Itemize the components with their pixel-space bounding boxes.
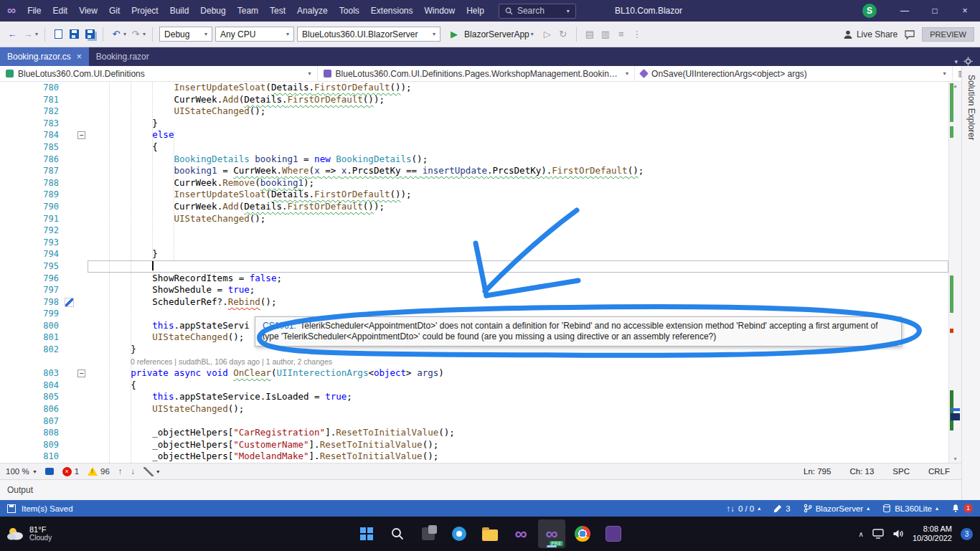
restart-icon[interactable]: ↻ xyxy=(557,27,570,42)
breadcrumb-segment-2[interactable]: BlueLotus360.Com.UI.Definitions.Pages.Wo… xyxy=(318,66,636,81)
task-view-button[interactable] xyxy=(415,519,442,548)
error-count[interactable]: × 1 xyxy=(62,467,79,476)
menu-build[interactable]: Build xyxy=(164,0,195,22)
code-line[interactable]: 793 xyxy=(0,237,948,249)
visual-studio-preview-button[interactable]: ∞ PRE xyxy=(538,519,565,548)
solution-configuration-dropdown[interactable]: Debug ▾ xyxy=(159,27,212,42)
code-area[interactable]: 780 InsertUpdateSloat(Details.FirstOrDef… xyxy=(0,82,948,463)
fold-collapse-icon[interactable]: − xyxy=(77,369,85,377)
account-avatar[interactable]: S xyxy=(862,4,877,18)
code-line[interactable]: 803− private async void OnClear(UIIntere… xyxy=(0,367,948,380)
menu-test[interactable]: Test xyxy=(264,0,291,22)
start-without-debugging-icon[interactable]: ▷ xyxy=(541,27,554,42)
breadcrumb-segment-3[interactable]: OnSave(UIInterectionArgs<object> args)▾ xyxy=(635,66,953,81)
taskbar-clock[interactable]: 8:08 AM 10/30/2022 xyxy=(913,524,952,543)
tab-close-icon[interactable]: × xyxy=(77,52,82,62)
live-share-button[interactable]: Live Share xyxy=(843,29,897,39)
toolbar-overflow-icon[interactable]: ⋮ xyxy=(631,27,644,42)
taskbar-search-button[interactable] xyxy=(384,519,411,548)
editor-scrollbar[interactable]: ▴ ▾ xyxy=(948,82,961,463)
notifications[interactable]: 1 xyxy=(951,504,973,513)
warning-count[interactable]: ! 96 xyxy=(88,467,110,476)
chevron-down-icon[interactable]: ▾ xyxy=(35,31,38,37)
solution-platform-dropdown[interactable]: Any CPU ▾ xyxy=(215,27,294,42)
tab-booking.razor.cs[interactable]: Booking.razor.cs× xyxy=(0,47,89,66)
menu-view[interactable]: View xyxy=(73,0,103,22)
weather-widget[interactable]: 81°F Cloudy xyxy=(6,525,52,542)
insert-mode-indicator[interactable]: SPC xyxy=(892,467,910,476)
code-line[interactable]: 804 { xyxy=(0,380,948,392)
breadcrumb-segment-1[interactable]: BlueLotus360.Com.UI.Definitions▾ xyxy=(0,66,318,81)
code-line[interactable]: 807 xyxy=(0,415,948,428)
code-line[interactable]: 792 xyxy=(0,225,948,237)
line-ending-indicator[interactable]: CRLF xyxy=(928,467,950,476)
feedback-icon[interactable] xyxy=(45,468,54,475)
display-icon[interactable] xyxy=(872,529,884,539)
tab-booking.razor[interactable]: Booking.razor xyxy=(89,47,156,66)
menu-team[interactable]: Team xyxy=(232,0,264,22)
settings-gear-icon[interactable] xyxy=(963,57,973,66)
code-line[interactable]: 788 CurrWeek.Remove(booking1); xyxy=(0,177,948,189)
new-file-icon[interactable] xyxy=(52,27,65,42)
code-line[interactable]: 791 UIStateChanged(); xyxy=(0,213,948,225)
code-line[interactable]: 795 xyxy=(0,260,948,273)
pending-changes[interactable]: 3 xyxy=(773,504,790,513)
file-explorer-button[interactable] xyxy=(476,519,504,548)
navigate-backward-icon[interactable]: ← xyxy=(6,27,19,42)
columns-icon[interactable]: ▥ xyxy=(599,27,612,42)
visual-studio-button[interactable]: ∞ xyxy=(507,519,534,548)
navigate-forward-icon[interactable]: → xyxy=(22,27,34,42)
notification-count-badge[interactable]: 3 xyxy=(961,528,973,540)
previous-issue-icon[interactable]: ↑ xyxy=(118,467,123,476)
chat-button[interactable] xyxy=(446,519,473,548)
start-debugging-button[interactable]: ▶ BlazorServerApp ▾ xyxy=(443,27,538,42)
code-line[interactable]: 794 } xyxy=(0,248,948,260)
minimize-button[interactable]: — xyxy=(890,0,920,22)
code-line[interactable]: 783 } xyxy=(0,118,948,130)
close-button[interactable]: × xyxy=(950,0,980,22)
scroll-down-icon[interactable]: ▾ xyxy=(949,456,961,462)
codelens-row[interactable]: 0 references | sudathBL, 106 days ago | … xyxy=(0,356,948,368)
sync-status[interactable]: ↑↓ 0 / 0 ▴ xyxy=(726,504,760,513)
menu-debug[interactable]: Debug xyxy=(194,0,231,22)
column-indicator[interactable]: Ch: 13 xyxy=(849,467,874,476)
code-line[interactable]: 809 _objectHelpers["CustomerName"].Reset… xyxy=(0,439,948,451)
zoom-dropdown[interactable]: 100 % ▾ xyxy=(6,467,37,476)
code-line[interactable]: 786 BookingDetails booking1 = new Bookin… xyxy=(0,154,948,166)
line-indicator[interactable]: Ln: 795 xyxy=(804,467,831,476)
feedback-icon[interactable] xyxy=(905,29,915,39)
start-button[interactable] xyxy=(353,519,380,548)
output-panel-title[interactable]: Output xyxy=(7,485,33,495)
code-line[interactable]: 784− else xyxy=(0,129,948,141)
code-cleanup-button[interactable]: ▾ xyxy=(143,467,159,476)
tab-list-dropdown-icon[interactable]: ▾ xyxy=(954,58,958,65)
fold-collapse-icon[interactable]: − xyxy=(77,131,85,139)
undo-icon[interactable]: ↶ xyxy=(110,27,123,42)
code-line[interactable]: 780 InsertUpdateSloat(Details.FirstOrDef… xyxy=(0,82,948,94)
menu-extensions[interactable]: Extensions xyxy=(365,0,419,22)
menu-file[interactable]: File xyxy=(22,0,47,22)
repository[interactable]: BL360Lite ▴ xyxy=(882,504,938,513)
code-line[interactable]: 805 this.appStateService.IsLoaded = true… xyxy=(0,391,948,403)
current-branch[interactable]: BlazorServer ▴ xyxy=(804,504,870,513)
quick-actions-icon[interactable] xyxy=(65,298,74,307)
grid-icon[interactable]: ▤ xyxy=(583,27,596,42)
chrome-button[interactable] xyxy=(569,519,596,548)
tray-expand-icon[interactable]: ∧ xyxy=(859,530,864,538)
code-line[interactable]: 790 CurrWeek.Add(Details.FirstOrDefault(… xyxy=(0,201,948,213)
menu-edit[interactable]: Edit xyxy=(47,0,73,22)
menu-help[interactable]: Help xyxy=(461,0,490,22)
menu-window[interactable]: Window xyxy=(419,0,461,22)
code-line[interactable]: 808 _objectHelpers["CarRegistration"].Re… xyxy=(0,427,948,439)
preview-badge[interactable]: PREVIEW xyxy=(922,27,974,42)
error-code-link[interactable]: CS1061: xyxy=(263,321,296,331)
purple-app-button[interactable] xyxy=(600,519,627,548)
code-line[interactable]: 787 booking1 = CurrWeek.Where(x => x.Prc… xyxy=(0,165,948,177)
chevron-down-icon[interactable]: ▾ xyxy=(123,31,126,37)
code-line[interactable]: 796 ShowRecordItems = false; xyxy=(0,273,948,285)
code-line[interactable]: 797 ShowShedule = true; xyxy=(0,284,948,296)
code-line[interactable]: 806 UIStateChanged(); xyxy=(0,403,948,415)
code-line[interactable]: 785 { xyxy=(0,141,948,154)
maximize-button[interactable]: □ xyxy=(920,0,950,22)
code-line[interactable]: 782 UIStateChanged(); xyxy=(0,105,948,118)
